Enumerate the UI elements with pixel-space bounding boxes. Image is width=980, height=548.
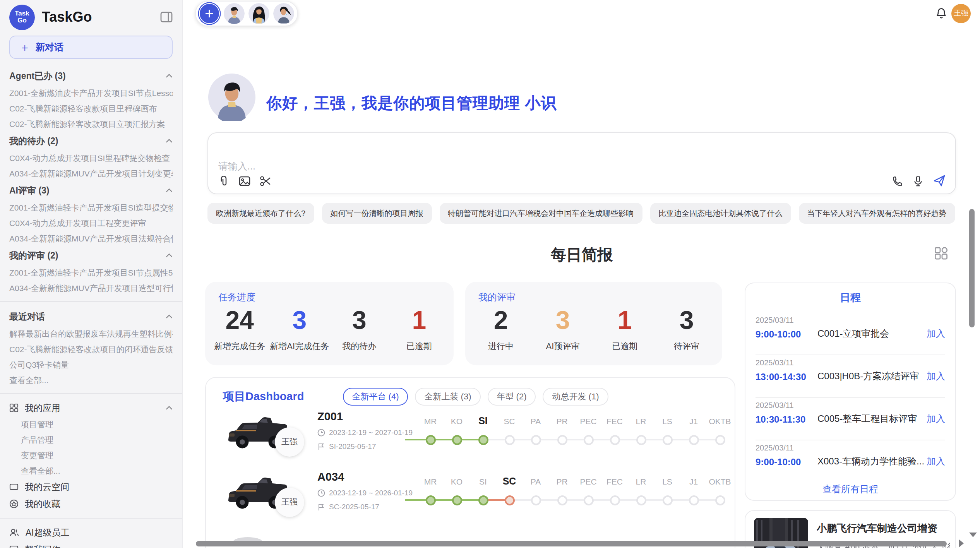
sidebar-section-recent: 最近对话 解释最新出台的欧盟报废车法规再生塑料比例被调至15%... C02-飞… [0,307,182,388]
section-title: 最近对话 [9,311,45,322]
horizontal-scrollbar[interactable] [196,541,947,546]
sidebar-header: Task Go TaskGo [0,0,182,34]
suggestion-chips: 欧洲新规最近颁布了什么? 如何写一份清晰的项目周报 特朗普可能对进口汽车增税会对… [207,203,956,224]
stat-value: 3 [329,305,389,336]
app-link-change-mgmt[interactable]: 变更管理 [0,447,182,463]
milestone-label: MR [417,415,444,427]
sidebar-item-my-apps[interactable]: 我的应用 [0,399,182,416]
avatar-agent-2[interactable] [248,3,269,24]
avatar-agent-3[interactable] [273,3,294,24]
suggestion-chip[interactable]: 如何写一份清晰的项目周报 [322,203,432,224]
sidebar-item[interactable]: A034-全新新能源MUV产品开发项目计划变更表编写 [9,166,173,181]
sidebar-item[interactable]: C02-飞腾新能源轻客改款项目立项汇报方案 [9,116,173,132]
user-avatar[interactable]: 王强 [951,4,971,23]
join-link[interactable]: 加入 [927,413,945,426]
section-header: 我的待办 (2) [9,132,173,150]
stat: 3待评审 [656,305,718,352]
bell-icon[interactable] [935,7,947,20]
recent-chat-item[interactable]: 解释最新出台的欧盟报废车法规再生塑料比例被调至15%... [9,326,173,341]
milestone-label-current: SC [496,475,523,488]
chevron-up-icon[interactable] [166,139,173,143]
suggestion-chip[interactable]: 欧洲新规最近颁布了什么? [207,203,314,224]
section-header: 我的评审 (2) [9,246,173,265]
apps-grid-icon [9,403,19,413]
sidebar-item[interactable]: C0X4-动力总成开发项目SI里程碑提交物检查 [9,150,173,166]
stat-value: 3 [270,305,330,336]
dashboard-tabs: 全新平台 (4) 全新上装 (3) 年型 (2) 动总开发 (1) [343,388,608,406]
stat-label: 已逾期 [389,341,449,352]
project-row-z001[interactable]: 王强 Z001 2023-12-19 ~ 2027-01-19 SI-2025-… [223,409,724,469]
view-all-schedule-link[interactable]: 查看所有日程 [745,483,955,496]
sidebar-item-cloud-space[interactable]: 我的云空间 [0,478,182,495]
image-icon[interactable] [238,175,251,187]
stat: 2进行中 [470,305,532,352]
my-review-card: 我的评审 2进行中 3AI预评审 1已逾期 3待评审 [465,282,722,365]
recent-chat-item[interactable]: 公司Q3轻卡销量 [9,357,173,372]
join-link[interactable]: 加入 [927,455,945,468]
milestone-label: LR [628,415,654,427]
panel-collapse-icon[interactable] [160,12,173,22]
add-agent-button[interactable] [199,3,220,24]
project-flag: SC-2025-05-17 [317,502,414,511]
project-owner-badge: 王强 [275,488,304,517]
join-link[interactable]: 加入 [927,370,945,383]
app-link-project-mgmt[interactable]: 项目管理 [0,416,182,432]
schedule-item: 2025/03/11 13:00-14:30 C003|H0B-方案冻结评审 加… [756,358,945,397]
task-progress-card: 任务进度 24新增完成任务 3新增AI完成任务 3我的待办 1已逾期 [205,282,454,365]
dashboard-header: 项目Dashboard 全新平台 (4) 全新上装 (3) 年型 (2) 动总开… [223,388,724,406]
plus-icon: ＋ [19,42,30,53]
tab-powertrain[interactable]: 动总开发 (1) [543,388,608,406]
scroll-down-arrow[interactable] [969,533,977,537]
app-link-product-mgmt[interactable]: 产品管理 [0,432,182,447]
vertical-scrollbar[interactable] [969,209,975,327]
favorites-label: 我的收藏 [25,498,60,510]
recent-chat-item[interactable]: C02-飞腾新能源轻客改款项目的闭环通告反馈情况 [9,341,173,357]
send-icon[interactable] [933,174,946,187]
phone-icon[interactable] [891,175,903,187]
schedule-name: C003|H0B-方案冻结评审 [817,370,927,383]
milestone-node [707,434,733,445]
chat-input-placeholder[interactable]: 请输入... [218,160,255,173]
project-date-range: 2023-12-19 ~ 2027-01-19 [329,428,413,437]
sidebar-item-ai-employee[interactable]: AI超级员工 [0,524,182,541]
tab-new-platform[interactable]: 全新平台 (4) [343,388,408,406]
sidebar-item[interactable]: C02-飞腾新能源轻客改款项目里程碑画布 [9,101,173,116]
sidebar-item[interactable]: Z001-全新燃油轻卡产品开发项目SI造型提交物评审 [9,200,173,215]
schedule-item: 2025/03/11 9:00-10:00 X003-车辆动力学性能验... 加… [756,444,945,482]
view-all-chats[interactable]: 查看全部... [9,372,173,388]
sidebar-item[interactable]: Z001-全新燃油轻卡产品开发项目SI节点属性5D文件评审 [9,265,173,280]
chevron-up-icon[interactable] [166,253,173,258]
chevron-up-icon[interactable] [166,74,173,78]
divider [756,397,945,398]
schedule-card: 日程 2025/03/11 9:00-10:00 C001-立项审批会 加入 2… [745,283,956,501]
scroll-right-arrow[interactable] [959,539,964,547]
paperclip-icon[interactable] [218,175,230,187]
join-link[interactable]: 加入 [927,327,945,341]
sidebar-item[interactable]: C0X4-动力总成开发项目工程变更评审 [9,215,173,231]
dashboard-grid-icon[interactable] [934,246,948,260]
avatar-agent-1[interactable] [224,3,245,24]
sidebar-item-help-write[interactable]: 帮我写作 [0,541,182,548]
chevron-up-icon[interactable] [166,406,173,410]
project-row-a034[interactable]: 王强 A034 2023-12-19 ~ 2026-01-19 SC-2025-… [223,469,724,529]
sidebar-section-agent-done: Agent已办 (3) Z001-全新燃油皮卡产品开发项目SI节点Lesson … [0,67,182,132]
suggestion-chip[interactable]: 特朗普可能对进口汽车增税会对中国车企造成哪些影响 [439,203,642,224]
sidebar-item[interactable]: A034-全新新能源MUV产品开发项目法规符合性评审 [9,231,173,246]
chevron-up-icon[interactable] [166,314,173,319]
sidebar-item-favorites[interactable]: 我的收藏 [0,495,182,512]
tab-new-body[interactable]: 全新上装 (3) [415,388,481,406]
sidebar-item[interactable]: A034-全新新能源MUV产品开发项目造型可行性评审 [9,280,173,296]
new-chat-button[interactable]: ＋ 新对话 [9,36,173,59]
tab-year-model[interactable]: 年型 (2) [488,388,536,406]
chevron-up-icon[interactable] [166,188,173,193]
microphone-icon[interactable] [912,175,924,187]
sidebar-section-my-review: 我的评审 (2) Z001-全新燃油轻卡产品开发项目SI节点属性5D文件评审 A… [0,246,182,296]
suggestion-chip[interactable]: 比亚迪全固态电池计划具体说了什么 [650,203,791,224]
scissors-icon[interactable] [259,175,272,187]
suggestion-chip[interactable]: 当下年轻人对汽车外观有怎样的喜好趋势 [798,203,955,224]
view-all-apps[interactable]: 查看全部... [0,463,182,478]
chat-input-card[interactable]: 请输入... [207,132,956,194]
sidebar-item[interactable]: Z001-全新燃油皮卡产品开发项目SI节点Lesson Learn报告 [9,85,173,101]
project-owner-badge: 王强 [275,427,304,457]
stat: 3AI预评审 [532,305,594,352]
